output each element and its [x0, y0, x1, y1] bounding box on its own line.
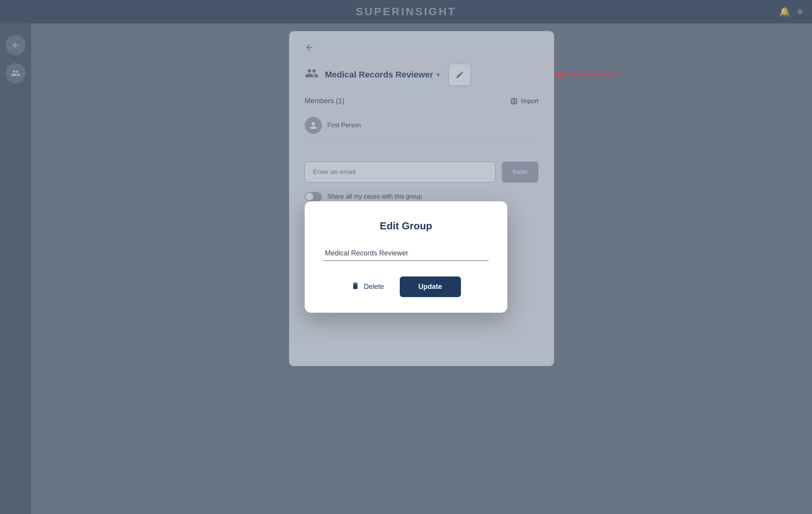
delete-button[interactable]: Delete [351, 282, 384, 292]
update-button[interactable]: Update [400, 276, 461, 297]
modal-overlay: Edit Group Delete Update [0, 0, 812, 514]
edit-group-modal: Edit Group Delete Update [305, 201, 507, 313]
delete-label: Delete [364, 283, 384, 291]
modal-group-name-input[interactable] [323, 246, 489, 261]
trash-icon [351, 282, 360, 292]
modal-title: Edit Group [323, 220, 489, 232]
modal-actions: Delete Update [323, 276, 489, 297]
